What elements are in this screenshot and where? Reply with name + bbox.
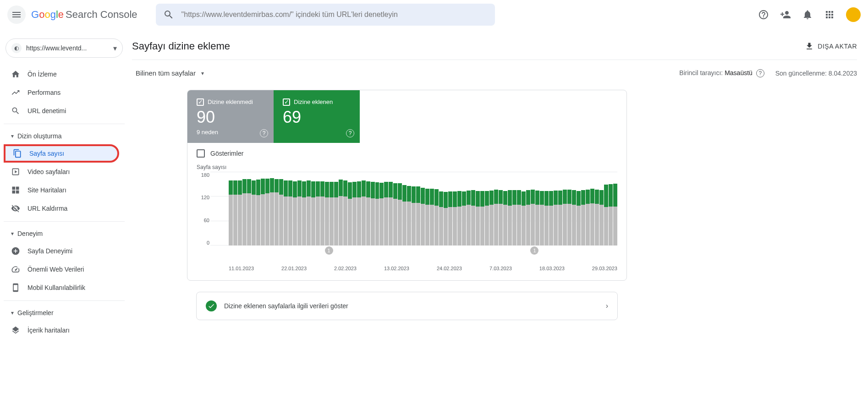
chart-bar[interactable] <box>379 183 384 245</box>
chart-bar[interactable] <box>544 191 549 245</box>
chart-bar[interactable] <box>558 191 562 245</box>
chart-bar[interactable] <box>352 182 357 245</box>
filter-selector[interactable]: Bilinen tüm sayfalar ▾ <box>132 67 208 79</box>
chart-bar[interactable] <box>531 190 535 245</box>
chart-bar[interactable] <box>293 181 297 245</box>
chart-bar[interactable] <box>462 191 466 245</box>
chart-bar[interactable] <box>311 181 315 245</box>
chart-bar[interactable] <box>389 182 393 245</box>
chart-bar[interactable] <box>375 182 379 245</box>
chart-bar[interactable] <box>467 191 471 245</box>
help-icon[interactable]: ? <box>756 69 764 77</box>
chart-bar[interactable] <box>316 181 320 245</box>
apps-button[interactable] <box>820 5 839 24</box>
chart-bar[interactable] <box>563 190 567 245</box>
chart-bar[interactable] <box>586 190 590 245</box>
chart-bar[interactable] <box>480 191 484 245</box>
chart-bar[interactable] <box>595 190 599 245</box>
chart-bar[interactable] <box>279 179 283 245</box>
chart-bar[interactable] <box>494 190 498 245</box>
chart-bar[interactable] <box>297 180 302 245</box>
chart-bar[interactable] <box>238 180 242 245</box>
chart-bar[interactable] <box>517 190 521 245</box>
search-input[interactable] <box>181 11 488 19</box>
chart-bar[interactable] <box>471 190 475 245</box>
nav-url-inspection[interactable]: URL denetimi <box>4 102 119 120</box>
chart-bar[interactable] <box>371 182 375 245</box>
users-button[interactable] <box>776 5 795 24</box>
chart-bar[interactable] <box>229 180 233 245</box>
chart-bar[interactable] <box>407 186 411 245</box>
chart-bar[interactable] <box>572 190 576 245</box>
chart-bar[interactable] <box>421 188 425 245</box>
chart-bar[interactable] <box>448 191 452 245</box>
chart-bar[interactable] <box>577 191 581 245</box>
nav-sitelinks[interactable]: İçerik haritaları <box>4 321 119 339</box>
menu-button[interactable] <box>7 5 26 24</box>
chart-bar[interactable] <box>307 180 311 245</box>
section-experience[interactable]: ▾ Deneyim <box>4 225 125 242</box>
chart-bar[interactable] <box>444 192 448 245</box>
chart-bar[interactable] <box>275 179 279 245</box>
chart-bar[interactable] <box>357 181 361 245</box>
chart-bar[interactable] <box>302 181 306 245</box>
chart-bar[interactable] <box>581 190 585 245</box>
chart-bar[interactable] <box>567 190 571 245</box>
chart-bar[interactable] <box>284 180 288 245</box>
chart-bar[interactable] <box>499 190 503 245</box>
chart-bar[interactable] <box>476 191 480 245</box>
nav-removals[interactable]: URL Kaldırma <box>4 199 119 218</box>
property-selector[interactable]: ◐ https://www.leventd... ▾ <box>5 38 123 58</box>
chart-bar[interactable] <box>393 183 397 245</box>
stat-not-indexed[interactable]: ✓Dizine eklenmedi 90 9 neden ? <box>187 90 274 143</box>
chart-bar[interactable] <box>362 180 366 245</box>
chart-bar[interactable] <box>590 189 594 245</box>
chart-bar[interactable] <box>434 189 439 245</box>
chart-bar[interactable] <box>398 183 402 245</box>
info-icon[interactable]: ? <box>346 129 354 137</box>
nav-page-experience[interactable]: Sayfa Deneyimi <box>4 242 119 260</box>
chart-bar[interactable] <box>325 182 329 245</box>
stat-indexed[interactable]: ✓Dizine eklenen 69 ? <box>274 90 360 143</box>
nav-core-web-vitals[interactable]: Önemli Web Verileri <box>4 260 119 278</box>
chart-bar[interactable] <box>270 178 274 245</box>
chart-bar[interactable] <box>508 190 512 245</box>
chart-bar[interactable] <box>334 182 338 245</box>
nav-performance[interactable]: Performans <box>4 83 119 102</box>
account-avatar[interactable] <box>846 7 861 22</box>
nav-video-pages[interactable]: Video sayfaları <box>4 163 119 181</box>
chart-bar[interactable] <box>261 179 265 245</box>
export-button[interactable]: DIŞA AKTAR <box>805 42 857 51</box>
notifications-button[interactable] <box>798 5 817 24</box>
chart-bar[interactable] <box>242 179 247 245</box>
chart-annotation[interactable]: 1 <box>530 246 538 255</box>
chart-bar[interactable] <box>425 189 429 245</box>
chart-bar[interactable] <box>526 190 530 245</box>
chart-bar[interactable] <box>384 182 388 245</box>
chart-annotation[interactable]: 1 <box>325 246 333 255</box>
chart-bar[interactable] <box>343 180 347 245</box>
chart-bar[interactable] <box>457 191 461 245</box>
chart-bar[interactable] <box>348 182 352 245</box>
chart-bar[interactable] <box>549 191 553 245</box>
chart-bar[interactable] <box>233 180 237 245</box>
chart-bar[interactable] <box>485 191 489 245</box>
chart-bar[interactable] <box>503 191 507 245</box>
chart-bar[interactable] <box>252 180 256 245</box>
chart-bar[interactable] <box>540 191 544 245</box>
chart-bar[interactable] <box>512 190 516 245</box>
chart-bar[interactable] <box>609 184 613 245</box>
chart-bar[interactable] <box>412 186 416 245</box>
section-enhancements[interactable]: ▾ Geliştirmeler <box>4 305 125 321</box>
nav-mobile-usability[interactable]: Mobil Kullanılabilirlik <box>4 278 119 297</box>
chart-bar[interactable] <box>430 189 434 245</box>
info-icon[interactable]: ? <box>260 129 268 137</box>
chart-bar[interactable] <box>247 179 251 245</box>
search-bar[interactable] <box>156 4 495 26</box>
chart-bar[interactable] <box>554 191 558 245</box>
chart-bar[interactable] <box>288 180 292 245</box>
chart-bar[interactable] <box>265 179 269 245</box>
chart-bar[interactable] <box>339 180 343 245</box>
chart-bar[interactable] <box>330 182 334 245</box>
chart-bar[interactable] <box>613 184 617 245</box>
